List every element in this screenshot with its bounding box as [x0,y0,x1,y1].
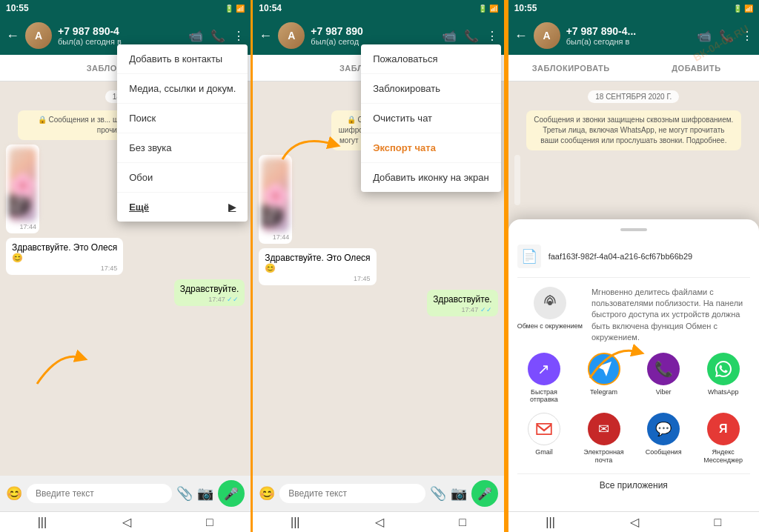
svg-point-0 [548,301,552,305]
dropdown-overlay-1: Добавить в контакты Медиа, ссылки и доку… [0,0,251,532]
menu-item-wallpaper[interactable]: Обои [117,163,248,193]
status-bar-3: 10:55 🔋 📶 [508,0,759,16]
app-quick-send[interactable]: ↗ Быстрая отправка [517,353,571,405]
menu-item-export[interactable]: Экспорт чата [361,133,501,163]
menu-item-add-contact[interactable]: Добавить в контакты [117,44,248,74]
email-label: Электронная почта [577,448,631,465]
file-row: 📄 faaf163f-982f-4a04-a216-6cf67bb66b29 [517,240,750,278]
app-messages[interactable]: 💬 Сообщения [637,413,691,465]
whatsapp-icon [707,353,740,385]
nearby-desc: Мгновенно делитесь файлами с пользовател… [591,287,750,344]
chat-bg-3: 18 СЕНТЯБРЯ 2020 Г. Сообщения и звонки з… [508,82,759,511]
yandex-icon: Я [707,413,740,445]
apps-row-2: Gmail ✉ Электронная почта 💬 Сообщения [517,413,750,465]
gmail-icon [528,413,560,445]
file-name: faaf163f-982f-4a04-a216-6cf67bb66b29 [548,252,693,261]
date-badge-3: 18 СЕНТЯБРЯ 2020 Г. [588,90,679,103]
viber-icon: 📞 [647,353,680,385]
menu-item-more[interactable]: Ещё ▶ [117,193,248,222]
nav-home-3[interactable]: ||| [546,516,554,529]
header-name-3: +7 987 890-4... [566,25,691,37]
quick-send-label: Быстрая отправка [517,388,571,405]
menu-item-report[interactable]: Пожаловаться [361,44,501,74]
header-status-3: был(а) сегодня в [566,37,691,46]
menu-item-media[interactable]: Медиа, ссылки и докум. [117,74,248,104]
arrow-1 [30,343,89,388]
viber-label: Viber [656,388,672,396]
menu-item-block[interactable]: Заблокировать [361,74,501,104]
menu-item-search[interactable]: Поиск [117,104,248,133]
nav-back-3[interactable]: ◁ [630,515,639,529]
menu-item-mute[interactable]: Без звука [117,133,248,163]
gmail-label: Gmail [535,448,553,456]
panel-3: 10:55 🔋 📶 ← А +7 987 890-4... был(а) сег… [506,0,759,532]
nearby-label: Обмен с окружением [517,322,583,330]
email-icon: ✉ [588,413,620,445]
nav-bar-3: ||| ◁ □ [508,511,759,532]
menu-item-shortcut[interactable]: Добавить иконку на экран [361,163,501,192]
app-whatsapp[interactable]: WhatsApp [696,353,750,405]
apps-row-1: ↗ Быстрая отправка Telegram 📞 [517,353,750,405]
yandex-label: Яндекс Мессенджер [696,448,750,465]
file-icon: 📄 [517,245,541,268]
panel-2: 10:54 🔋 📶 ← А +7 987 890 был(а) сегод 📹 … [253,0,506,532]
call-icon-3[interactable]: 📞 [719,29,734,43]
chat-header-3: ← А +7 987 890-4... был(а) сегодня в 📹 📞… [508,16,759,55]
block-button-3[interactable]: ЗАБЛОКИРОВАТЬ [508,55,634,81]
share-sheet: 📄 faaf163f-982f-4a04-a216-6cf67bb66b29 [508,219,759,511]
dropdown-overlay-2: Пожаловаться Заблокировать Очистить чат … [253,0,503,532]
back-button-3[interactable]: ← [514,28,528,44]
video-icon-3[interactable]: 📹 [697,29,712,43]
system-msg-3: Сообщения и звонки защищены сквозным шиф… [526,110,741,150]
sheet-handle [620,228,647,231]
header-info-3: +7 987 890-4... был(а) сегодня в [566,25,691,46]
app-telegram[interactable]: Telegram [577,353,631,405]
arrow-2 [275,126,342,163]
app-yandex[interactable]: Я Яндекс Мессенджер [696,413,750,465]
app-email[interactable]: ✉ Электронная почта [577,413,631,465]
nearby-icon[interactable] [534,287,566,319]
time-3: 10:55 [514,3,537,13]
app-viber[interactable]: 📞 Viber [637,353,691,405]
app-gmail[interactable]: Gmail [517,413,571,465]
panel-1: 10:55 🔋 📶 ← А +7 987 890-4 был(а) сегодн… [0,0,253,532]
menu-item-clear[interactable]: Очистить чат [361,104,501,133]
dropdown-menu-1: Добавить в контакты Медиа, ссылки и доку… [117,44,248,222]
all-apps[interactable]: Все приложения [517,473,750,496]
dropdown-menu-2: Пожаловаться Заблокировать Очистить чат … [361,44,501,192]
quick-send-icon: ↗ [528,353,560,385]
add-button-3[interactable]: ДОБАВИТЬ [634,55,759,81]
telegram-label: Telegram [590,388,617,396]
status-icons-3: 🔋 📶 [733,4,753,13]
messages-icon: 💬 [647,413,680,445]
nav-square-3[interactable]: □ [715,516,722,529]
block-bar-3: ЗАБЛОКИРОВАТЬ ДОБАВИТЬ [508,55,759,82]
nearby-row: Обмен с окружением Мгновенно делитесь фа… [517,287,750,344]
header-icons-3: 📹 📞 ⋮ [697,29,753,43]
avatar-3: А [534,22,560,49]
more-icon-3[interactable]: ⋮ [741,29,753,43]
telegram-icon [588,353,620,385]
image-bubble-3 [514,155,520,205]
messages-label: Сообщения [646,448,682,456]
whatsapp-label: WhatsApp [708,388,739,396]
